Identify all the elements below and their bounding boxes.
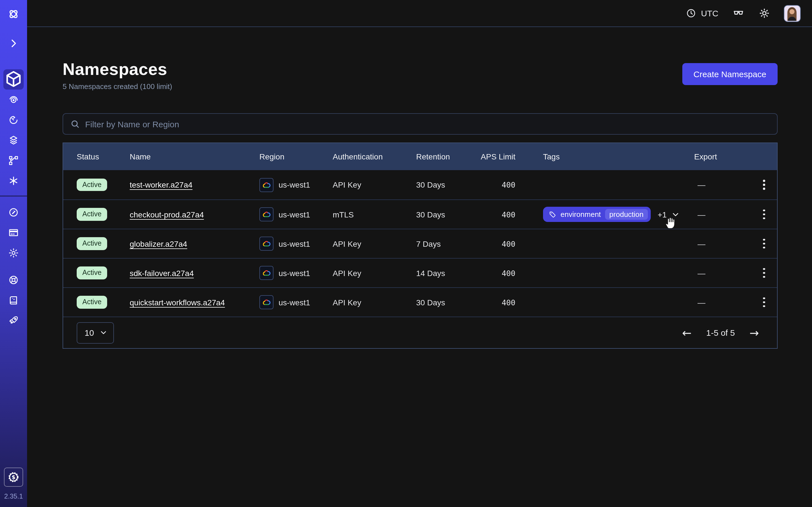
user-avatar[interactable] <box>784 5 801 22</box>
auth-method: mTLS <box>333 210 416 219</box>
clock-icon <box>686 8 696 18</box>
sidebar-item-settings[interactable] <box>0 243 27 263</box>
tags-more-toggle[interactable]: +1 <box>658 210 680 219</box>
history-timer-icon <box>8 114 19 126</box>
row-actions-menu-button[interactable] <box>756 265 772 281</box>
timezone-selector[interactable]: UTC <box>686 8 718 18</box>
namespace-link[interactable]: sdk-failover.a27a4 <box>130 269 194 277</box>
sidebar-item-history[interactable] <box>0 110 27 130</box>
settings-gear-icon <box>8 247 19 259</box>
page-size-value: 10 <box>85 328 94 337</box>
col-region: Region <box>259 152 333 161</box>
namespaces-cube-icon <box>3 69 24 90</box>
create-namespace-button[interactable]: Create Namespace <box>682 63 777 85</box>
namespace-link[interactable]: checkout-prod.a27a4 <box>130 210 204 219</box>
temporal-logo[interactable] <box>0 4 27 24</box>
table-header-row: Status Name Region Authentication Retent… <box>63 143 777 170</box>
namespace-link[interactable]: quickstart-workflows.a27a4 <box>130 298 225 307</box>
plan-money-badge-icon: $ <box>7 471 20 483</box>
export-value: — <box>694 180 752 189</box>
table-row[interactable]: Active checkout-prod.a27a4 us-west1 mTLS… <box>63 200 777 229</box>
app-version: 2.35.1 <box>4 492 23 500</box>
svg-text:$: $ <box>11 474 15 481</box>
row-actions-menu-button[interactable] <box>756 236 772 251</box>
auth-method: API Key <box>333 298 416 307</box>
region-label: us-west1 <box>278 239 310 248</box>
col-retention: Retention <box>416 152 479 161</box>
retention-value: 30 Days <box>416 298 479 307</box>
google-cloud-icon <box>262 180 271 189</box>
tags-more-count: +1 <box>658 210 667 219</box>
col-tags: Tags <box>515 152 694 161</box>
filter-input[interactable] <box>85 119 770 129</box>
usage-gauge-icon <box>8 207 19 218</box>
retention-value: 30 Days <box>416 180 479 189</box>
table-row[interactable]: Active globalizer.a27a4 us-west1 API Key… <box>63 229 777 258</box>
status-badge: Active <box>77 208 107 221</box>
sidebar-item-docs[interactable] <box>0 290 27 311</box>
sidebar-item-deployments[interactable] <box>0 130 27 151</box>
prev-page-button[interactable]: ← <box>682 327 692 338</box>
table-row[interactable]: Active sdk-failover.a27a4 us-west1 API K… <box>63 258 777 287</box>
timezone-label: UTC <box>701 8 718 18</box>
chevron-down-icon <box>99 328 107 337</box>
page-size-select[interactable]: 10 <box>77 322 114 343</box>
cloud-provider-tile <box>259 237 273 251</box>
table-row[interactable]: Active test-worker.a27a4 us-west1 API Ke… <box>63 170 777 200</box>
page-range-label: 1-5 of 5 <box>706 328 735 337</box>
reader-glasses-icon <box>732 7 745 20</box>
region-label: us-west1 <box>278 298 310 307</box>
chevron-down-icon <box>671 210 680 219</box>
col-authentication: Authentication <box>333 152 416 161</box>
status-badge: Active <box>77 296 107 309</box>
theme-toggle-button[interactable] <box>758 7 770 19</box>
sidebar-item-pipelines[interactable] <box>0 151 27 171</box>
sidebar-item-usage[interactable] <box>0 202 27 223</box>
nexus-asterisk-icon <box>8 175 19 186</box>
main-content: Namespaces 5 Namespaces created (100 lim… <box>27 27 812 349</box>
plan-usage-button[interactable]: $ <box>4 467 23 487</box>
row-actions-menu-button[interactable] <box>756 294 772 310</box>
export-value: — <box>694 210 752 219</box>
aps-limit-value: 400 <box>479 210 515 219</box>
pipelines-branch-icon <box>8 155 19 166</box>
sidebar-item-billing[interactable] <box>0 223 27 243</box>
aps-limit-value: 400 <box>479 180 515 189</box>
region-label: us-west1 <box>278 180 310 189</box>
sidebar-item-namespaces[interactable] <box>3 69 24 90</box>
row-actions-menu-button[interactable] <box>756 177 772 193</box>
row-actions-menu-button[interactable] <box>756 207 772 222</box>
namespaces-table: Status Name Region Authentication Retent… <box>63 143 777 349</box>
status-badge: Active <box>77 179 107 191</box>
search-icon <box>70 119 80 129</box>
tag-key: environment <box>560 210 601 219</box>
col-export: Export <box>694 152 752 161</box>
aps-limit-value: 400 <box>479 239 515 248</box>
aps-limit-value: 400 <box>479 269 515 277</box>
auth-method: API Key <box>333 239 416 248</box>
status-badge: Active <box>77 267 107 279</box>
tag-chip[interactable]: environment production <box>543 207 651 222</box>
cloud-provider-tile <box>259 178 273 192</box>
col-status: Status <box>77 152 130 161</box>
google-cloud-icon <box>262 298 271 306</box>
sidebar-expand-button[interactable] <box>0 33 27 54</box>
sidebar-item-quickstart[interactable] <box>0 311 27 331</box>
google-cloud-icon <box>262 239 271 248</box>
export-value: — <box>694 298 752 307</box>
namespace-link[interactable]: test-worker.a27a4 <box>130 180 193 189</box>
sidebar-item-monitor[interactable] <box>0 90 27 110</box>
sidebar-item-nexus[interactable] <box>0 171 27 191</box>
namespace-link[interactable]: globalizer.a27a4 <box>130 239 187 248</box>
sun-theme-icon <box>758 7 770 19</box>
next-page-button[interactable]: → <box>749 327 759 338</box>
reader-mode-button[interactable] <box>732 7 745 20</box>
cloud-provider-tile <box>259 266 273 280</box>
sidebar-item-support[interactable] <box>0 270 27 290</box>
google-cloud-icon <box>262 269 271 277</box>
page-title: Namespaces <box>63 60 172 79</box>
cloud-provider-tile <box>259 207 273 221</box>
table-footer: 10 ← 1-5 of 5 → <box>63 317 777 348</box>
google-cloud-icon <box>262 210 271 219</box>
table-row[interactable]: Active quickstart-workflows.a27a4 us-wes… <box>63 287 777 317</box>
